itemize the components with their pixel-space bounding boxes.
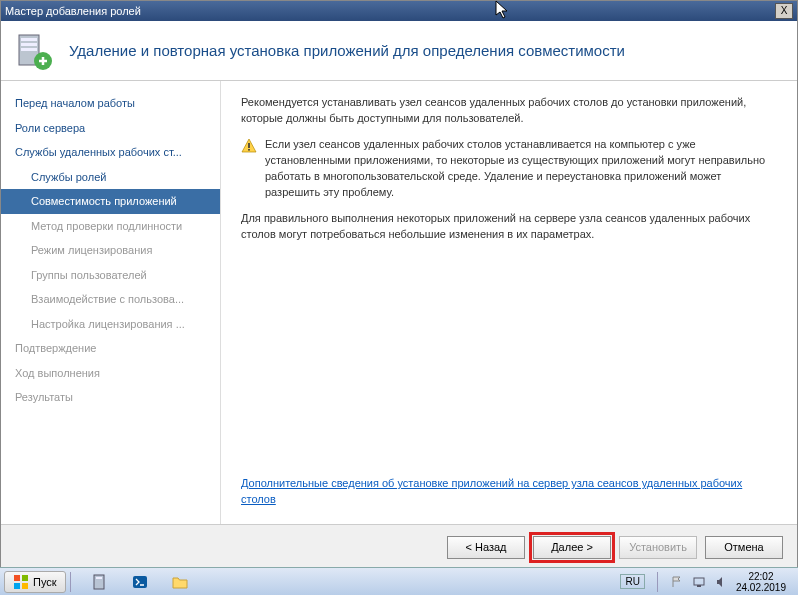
sidebar-item-before-begin[interactable]: Перед началом работы (1, 91, 220, 116)
server-role-icon (13, 31, 53, 71)
next-button[interactable]: Далее > (533, 536, 611, 559)
page-title: Удаление и повторная установка приложени… (69, 42, 625, 59)
quick-launch (81, 571, 199, 593)
flag-icon[interactable] (670, 575, 684, 589)
sidebar-item-auth-method: Метод проверки подлинности (1, 214, 220, 239)
wizard-content: Рекомендуется устанавливать узел сеансов… (221, 81, 797, 524)
sidebar-item-role-services[interactable]: Службы ролей (1, 165, 220, 190)
warning-text: Если узел сеансов удаленных рабочих стол… (265, 137, 777, 201)
wizard-footer: < Назад Далее > Установить Отмена (1, 524, 797, 569)
svg-rect-2 (21, 43, 37, 46)
warning-block: Если узел сеансов удаленных рабочих стол… (241, 137, 777, 201)
sidebar-item-client-experience: Взаимодействие с пользова... (1, 287, 220, 312)
tray-divider (657, 572, 658, 592)
sidebar-item-licensing-config: Настройка лицензирования ... (1, 312, 220, 337)
titlebar[interactable]: Мастер добавления ролей X (1, 1, 797, 21)
svg-rect-9 (14, 583, 20, 589)
window-title: Мастер добавления ролей (5, 5, 775, 17)
taskbar-app-server-manager[interactable] (81, 571, 119, 593)
time-text: 22:02 (736, 571, 786, 582)
taskbar-app-explorer[interactable] (161, 571, 199, 593)
warning-icon (241, 138, 257, 154)
volume-icon[interactable] (714, 575, 728, 589)
sidebar-item-licensing-mode: Режим лицензирования (1, 238, 220, 263)
svg-rect-3 (21, 48, 37, 51)
install-button: Установить (619, 536, 697, 559)
system-tray: RU 22:02 24.02.2019 (612, 571, 794, 593)
close-button[interactable]: X (775, 3, 793, 19)
svg-rect-15 (697, 585, 701, 587)
sidebar-item-confirmation: Подтверждение (1, 336, 220, 361)
sidebar-item-results: Результаты (1, 385, 220, 410)
back-button[interactable]: < Назад (447, 536, 525, 559)
wizard-body: Перед началом работы Роли сервера Службы… (1, 81, 797, 524)
start-button[interactable]: Пуск (4, 571, 66, 593)
more-info-link[interactable]: Дополнительные сведения об установке при… (241, 476, 777, 508)
svg-rect-13 (133, 576, 147, 588)
svg-rect-1 (21, 38, 37, 41)
svg-rect-14 (694, 578, 704, 585)
sidebar-item-progress: Ход выполнения (1, 361, 220, 386)
wizard-window: Мастер добавления ролей X Удаление и пов… (0, 0, 798, 570)
sidebar-item-app-compat[interactable]: Совместимость приложений (1, 189, 220, 214)
wizard-sidebar: Перед началом работы Роли сервера Службы… (1, 81, 221, 524)
content-para1: Рекомендуется устанавливать узел сеансов… (241, 95, 777, 127)
svg-rect-10 (22, 583, 28, 589)
network-icon[interactable] (692, 575, 706, 589)
sidebar-item-user-groups: Группы пользователей (1, 263, 220, 288)
sidebar-item-server-roles[interactable]: Роли сервера (1, 116, 220, 141)
cancel-button[interactable]: Отмена (705, 536, 783, 559)
date-text: 24.02.2019 (736, 582, 786, 593)
language-indicator[interactable]: RU (620, 574, 644, 589)
windows-logo-icon (13, 574, 29, 590)
svg-rect-7 (14, 575, 20, 581)
taskbar-app-powershell[interactable] (121, 571, 159, 593)
svg-rect-6 (248, 149, 250, 151)
taskbar-divider (70, 572, 71, 592)
taskbar[interactable]: Пуск RU 22:02 24.02.2019 (0, 567, 798, 595)
svg-rect-8 (22, 575, 28, 581)
wizard-header: Удаление и повторная установка приложени… (1, 21, 797, 81)
svg-rect-5 (248, 143, 250, 148)
svg-rect-12 (96, 577, 102, 579)
start-label: Пуск (33, 576, 57, 588)
content-para2: Для правильного выполнения некоторых при… (241, 211, 777, 243)
clock[interactable]: 22:02 24.02.2019 (736, 571, 786, 593)
sidebar-item-rds[interactable]: Службы удаленных рабочих ст... (1, 140, 220, 165)
